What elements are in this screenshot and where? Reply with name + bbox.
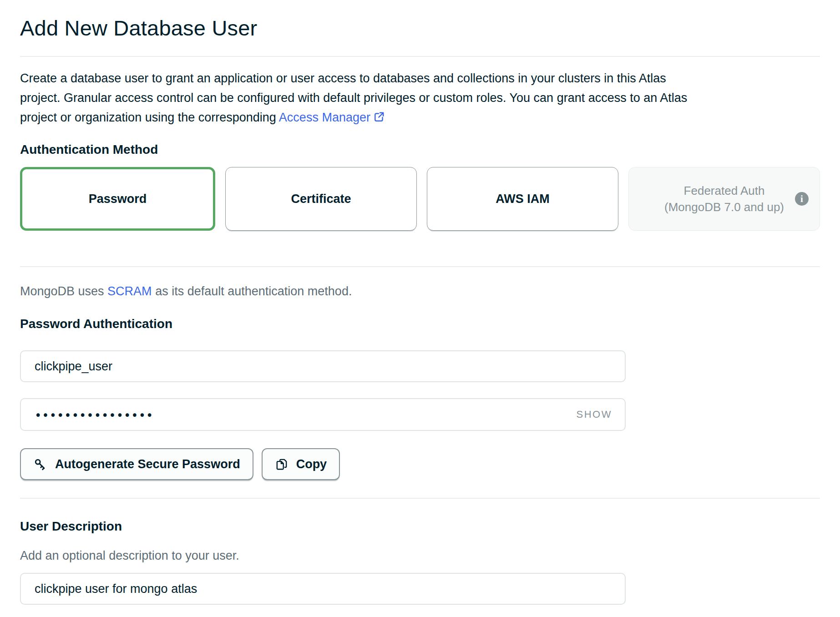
access-manager-link[interactable]: Access Manager (279, 111, 370, 124)
page-title: Add New Database User (20, 15, 820, 40)
auth-option-password-label: Password (89, 192, 147, 206)
autogenerate-password-button[interactable]: Autogenerate Secure Password (20, 448, 253, 480)
password-authentication-heading: Password Authentication (20, 317, 820, 331)
scram-link[interactable]: SCRAM (107, 284, 152, 298)
intro-line-2: project. Granular access control can be … (20, 88, 820, 108)
scram-note: MongoDB uses SCRAM as its default authen… (20, 284, 820, 298)
intro-paragraph: Create a database user to grant an appli… (20, 69, 820, 129)
show-password-button[interactable]: SHOW (577, 409, 612, 420)
intro-line-3-text: project or organization using the corres… (20, 111, 279, 124)
auth-option-certificate-label: Certificate (291, 192, 351, 206)
federated-auth-label-line2: (MongoDB 7.0 and up) (664, 199, 784, 215)
user-description-subtext: Add an optional description to your user… (20, 549, 820, 563)
key-icon (33, 457, 47, 471)
auth-option-federated-auth: Federated Auth (MongoDB 7.0 and up) i (628, 167, 820, 231)
auth-method-options: Password Certificate AWS IAM Federated A… (20, 167, 820, 231)
password-actions: Autogenerate Secure Password Copy (20, 448, 820, 480)
intro-line-1: Create a database user to grant an appli… (20, 69, 820, 88)
username-input[interactable] (20, 350, 626, 382)
password-field[interactable]: •••••••••••••••• SHOW (20, 398, 626, 431)
scram-note-before: MongoDB uses (20, 284, 107, 298)
authentication-method-heading: Authentication Method (20, 142, 820, 157)
intro-line-3: project or organization using the corres… (20, 108, 820, 129)
copy-password-label: Copy (296, 457, 327, 471)
password-masked-value[interactable]: •••••••••••••••• (35, 408, 577, 421)
user-description-input[interactable] (20, 573, 626, 605)
external-link-icon[interactable] (373, 109, 385, 129)
copy-icon (275, 457, 288, 471)
auth-option-password[interactable]: Password (20, 167, 215, 231)
scram-note-after: as its default authentication method. (152, 284, 352, 298)
user-description-heading: User Description (20, 519, 820, 534)
federated-auth-label-line1: Federated Auth (664, 182, 784, 199)
auth-option-aws-iam[interactable]: AWS IAM (427, 167, 618, 231)
title-divider (20, 56, 820, 57)
section-divider-auth (20, 266, 820, 267)
copy-password-button[interactable]: Copy (262, 448, 340, 480)
auth-option-aws-iam-label: AWS IAM (496, 192, 550, 206)
add-database-user-form: Add New Database User Create a database … (0, 15, 840, 617)
auth-option-certificate[interactable]: Certificate (225, 167, 417, 231)
section-divider-password (20, 498, 820, 499)
auth-option-federated-auth-label: Federated Auth (MongoDB 7.0 and up) (664, 182, 784, 215)
autogenerate-password-label: Autogenerate Secure Password (55, 457, 240, 471)
info-icon[interactable]: i (795, 192, 809, 206)
